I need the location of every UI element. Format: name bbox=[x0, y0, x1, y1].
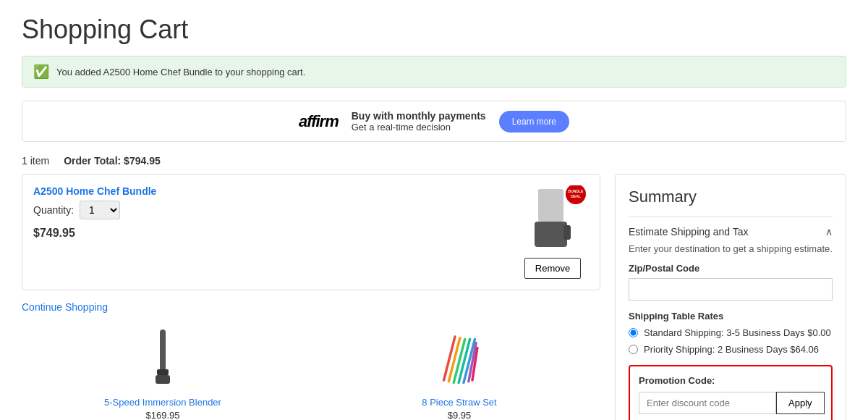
shipping-radio-standard[interactable] bbox=[629, 328, 638, 337]
shipping-standard-label: Standard Shipping: 3-5 Business Days $0.… bbox=[644, 327, 831, 338]
item-price: $749.95 bbox=[33, 227, 502, 240]
straw-set-name[interactable]: 8 Piece Straw Set bbox=[318, 397, 600, 408]
zip-input[interactable] bbox=[629, 278, 833, 301]
right-column: Summary Estimate Shipping and Tax ∧ Ente… bbox=[615, 174, 846, 420]
shipping-header: Estimate Shipping and Tax ∧ bbox=[629, 217, 833, 238]
promo-label: Promotion Code: bbox=[639, 375, 822, 386]
svg-rect-2 bbox=[563, 225, 571, 240]
item-count: 1 item bbox=[22, 155, 49, 167]
success-icon: ✅ bbox=[33, 64, 49, 80]
product-image: BUNDLE DEAL bbox=[516, 185, 589, 251]
item-name-link[interactable]: A2500 Home Chef Bundle bbox=[33, 185, 502, 197]
cart-meta: 1 item Order Total: $794.95 bbox=[22, 155, 846, 167]
quantity-select[interactable]: 1 2 3 4 5 bbox=[80, 201, 120, 219]
remove-button[interactable]: Remove bbox=[524, 258, 581, 279]
shipping-title: Estimate Shipping and Tax bbox=[629, 226, 749, 238]
shipping-priority-label: Priority Shipping: 2 Business Days $64.0… bbox=[644, 344, 819, 355]
shipping-option-priority[interactable]: Priority Shipping: 2 Business Days $64.0… bbox=[629, 344, 833, 355]
affirm-headline: Buy with monthly payments bbox=[352, 110, 486, 122]
immersion-blender-image bbox=[141, 326, 184, 391]
svg-line-10 bbox=[448, 338, 459, 382]
page-title: Shopping Cart bbox=[22, 14, 846, 45]
svg-rect-1 bbox=[535, 222, 567, 247]
cart-item: A2500 Home Chef Bundle Quantity: 1 2 3 4… bbox=[22, 174, 600, 290]
recommended-products: 5-Speed Immersion Blender $169.95 bbox=[22, 326, 600, 420]
svg-rect-6 bbox=[160, 329, 166, 373]
left-column: A2500 Home Chef Bundle Quantity: 1 2 3 4… bbox=[22, 174, 600, 420]
promo-row: Apply bbox=[639, 392, 822, 414]
main-layout: A2500 Home Chef Bundle Quantity: 1 2 3 4… bbox=[22, 174, 846, 420]
immersion-blender-name[interactable]: 5-Speed Immersion Blender bbox=[22, 397, 304, 408]
promo-section: Promotion Code: Apply bbox=[629, 365, 833, 420]
promo-input[interactable] bbox=[639, 392, 776, 414]
affirm-text: Buy with monthly payments Get a real-tim… bbox=[352, 110, 486, 133]
shipping-radio-priority[interactable] bbox=[629, 345, 638, 354]
success-banner-text: You added A2500 Home Chef Bundle to your… bbox=[56, 67, 305, 77]
success-banner: ✅ You added A2500 Home Chef Bundle to yo… bbox=[22, 56, 846, 88]
svg-rect-8 bbox=[156, 375, 170, 384]
quantity-label: Quantity: bbox=[33, 204, 74, 216]
shipping-rates-title: Shipping Table Rates bbox=[629, 311, 833, 322]
continue-shopping-link[interactable]: Continue Shopping bbox=[22, 301, 108, 313]
affirm-subtext: Get a real-time decision bbox=[352, 122, 451, 133]
chevron-up-icon[interactable]: ∧ bbox=[825, 226, 833, 238]
summary-box: Summary Estimate Shipping and Tax ∧ Ente… bbox=[615, 174, 846, 420]
item-image-area: BUNDLE DEAL Remove bbox=[516, 185, 589, 279]
item-info: A2500 Home Chef Bundle Quantity: 1 2 3 4… bbox=[33, 185, 502, 240]
order-total: Order Total: $794.95 bbox=[64, 155, 161, 167]
svg-text:BUNDLE: BUNDLE bbox=[569, 189, 584, 193]
shopping-cart-page: Shopping Cart ✅ You added A2500 Home Che… bbox=[0, 0, 868, 420]
blender-svg: BUNDLE DEAL bbox=[516, 185, 589, 251]
product-card-straws: 8 Piece Straw Set $9.95 bbox=[318, 326, 600, 420]
shipping-option-standard[interactable]: Standard Shipping: 3-5 Business Days $0.… bbox=[629, 327, 833, 338]
svg-rect-7 bbox=[157, 369, 169, 375]
apply-button[interactable]: Apply bbox=[776, 392, 825, 414]
affirm-logo: affirm bbox=[299, 112, 339, 131]
straw-set-price: $9.95 bbox=[318, 410, 600, 420]
immersion-blender-price: $169.95 bbox=[22, 410, 304, 420]
shipping-desc: Enter your destination to get a shipping… bbox=[629, 243, 833, 254]
svg-text:DEAL: DEAL bbox=[571, 194, 581, 198]
svg-rect-0 bbox=[538, 189, 563, 222]
product-card-immersion: 5-Speed Immersion Blender $169.95 bbox=[22, 326, 304, 420]
straw-set-image bbox=[438, 326, 481, 391]
affirm-learn-more-button[interactable]: Learn more bbox=[499, 111, 569, 133]
summary-title: Summary bbox=[629, 188, 833, 206]
svg-line-9 bbox=[444, 337, 455, 380]
affirm-bar: affirm Buy with monthly payments Get a r… bbox=[22, 101, 846, 142]
quantity-section: Quantity: 1 2 3 4 5 bbox=[33, 201, 502, 219]
zip-label: Zip/Postal Code bbox=[629, 263, 833, 274]
